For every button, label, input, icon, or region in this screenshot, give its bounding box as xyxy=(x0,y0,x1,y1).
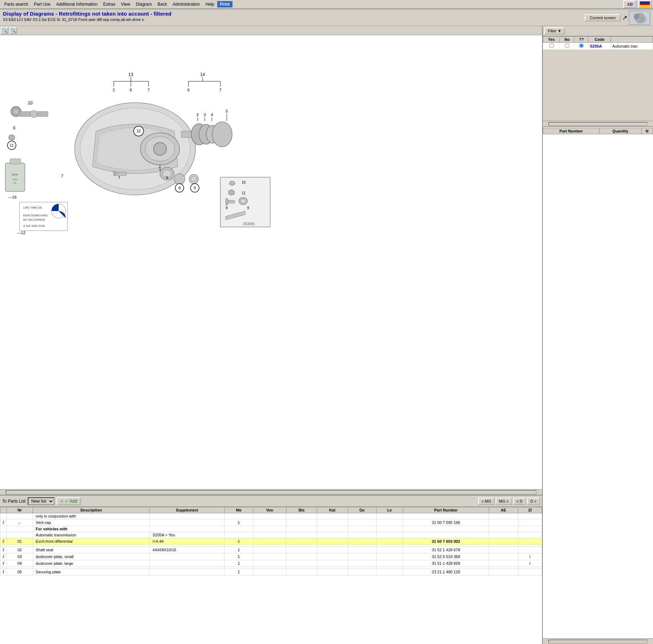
cell-ae xyxy=(489,553,518,560)
svg-text:7: 7 xyxy=(118,175,120,180)
cell-nr xyxy=(7,513,33,519)
current-screen-button[interactable]: Current screen xyxy=(585,14,621,21)
nav-d-prev[interactable]: « D xyxy=(513,498,526,505)
col-me: Me xyxy=(224,507,253,513)
filter-row-question[interactable] xyxy=(574,43,588,50)
filter-row-code: S205A xyxy=(588,43,611,50)
col-bis: Bis xyxy=(286,507,317,513)
nav-mg-prev[interactable]: « MG xyxy=(478,498,495,505)
table-row[interactable]: i--Vent cap131 50 7 595 196 xyxy=(0,519,542,526)
cell-ae xyxy=(489,560,518,567)
nav-d-next[interactable]: D » xyxy=(527,498,540,505)
svg-marker-45 xyxy=(9,135,15,140)
cell-le xyxy=(376,526,403,532)
svg-text:11: 11 xyxy=(10,144,14,147)
filter-row-no[interactable] xyxy=(560,43,574,50)
cell-le xyxy=(376,560,403,567)
cell-ge xyxy=(348,538,376,545)
parts-table-scroll[interactable]: Nr Description Supplement Me Von Bis Kat… xyxy=(0,507,542,644)
col-zi: ZI xyxy=(518,507,542,513)
right-parts-hscroll[interactable] xyxy=(543,638,653,644)
col-von: Von xyxy=(253,507,286,513)
table-row[interactable]: i04dustcover plate, large131 51 1 428 65… xyxy=(0,560,542,567)
svg-text:LIFE-TIME-OIL: LIFE-TIME-OIL xyxy=(23,206,43,209)
menu-extras[interactable]: Extras xyxy=(100,1,118,7)
filter-hscroll[interactable] xyxy=(543,121,653,126)
diagram-hscroll[interactable] xyxy=(0,489,542,495)
svg-text:2: 2 xyxy=(113,88,115,92)
filter-col-desc xyxy=(611,37,653,43)
content-area: 🔍 🔍 xyxy=(0,26,653,644)
cell-kat xyxy=(317,547,348,553)
cell-supplement: 44X69X10/15 xyxy=(150,547,224,553)
cell-description: Vent cap xyxy=(33,519,150,526)
col-ae: AE xyxy=(489,507,518,513)
svg-text:8: 8 xyxy=(178,186,181,190)
new-list-select[interactable]: New list xyxy=(28,497,54,505)
filter-col-yes: Yes xyxy=(543,37,560,43)
cell-me: 1 xyxy=(224,538,253,545)
icon-flag[interactable] xyxy=(638,0,652,8)
menu-administration[interactable]: Administration xyxy=(170,1,203,7)
svg-text:—16: —16 xyxy=(8,195,16,199)
zoom-in-button[interactable]: 🔍 xyxy=(1,27,9,34)
menu-help[interactable]: Help xyxy=(203,1,217,7)
menu-diagram[interactable]: Diagram xyxy=(133,1,155,7)
table-row[interactable]: Automatic transmissionS205A = Yes xyxy=(0,532,542,538)
table-row[interactable]: For vehicles with xyxy=(0,526,542,532)
menu-additional-info[interactable]: Additional Information xyxy=(53,1,100,7)
diagram-scroll[interactable]: 1 15 xyxy=(0,35,542,489)
table-row[interactable]: i02Shaft seal44X69X10/15131 52 1 428 678 xyxy=(0,547,542,553)
cell-nr: -- xyxy=(7,519,33,526)
svg-text:BMW: BMW xyxy=(12,173,18,176)
add-button[interactable]: ✓ ✓ Add xyxy=(57,497,81,505)
info-icon: i xyxy=(3,539,4,544)
menu-parts-search[interactable]: Parts search xyxy=(1,1,31,7)
nav-mg-next[interactable]: MG » xyxy=(496,498,512,505)
filter-row-yes[interactable] xyxy=(543,43,560,50)
rpt-col-partnumber: Part Number xyxy=(543,128,600,134)
menu-print[interactable]: Print xyxy=(217,1,232,7)
filter-button[interactable]: Filter ▼ xyxy=(544,27,565,34)
cell-ge xyxy=(348,519,376,526)
icon-ad[interactable]: AD xyxy=(623,0,637,8)
right-parts-table-area[interactable]: Part Number Quantity N xyxy=(543,128,653,638)
filter-row-description: Automatic tran xyxy=(611,43,653,50)
cell-von xyxy=(253,526,286,532)
cell-me xyxy=(224,513,253,519)
cell-ge xyxy=(348,560,376,567)
svg-text:X XX XXX XXX: X XX XXX XXX xyxy=(23,224,45,228)
table-row[interactable]: i05Securing plate123 21 1 490 120 xyxy=(0,569,542,575)
right-sidebar: Filter ▼ Yes No ?? Code xyxy=(542,26,653,644)
diagram-toolbar: 🔍 🔍 xyxy=(0,26,542,35)
cell-ge xyxy=(348,526,376,532)
cell-me: 1 xyxy=(224,560,253,567)
cell-nr: 03 xyxy=(7,553,33,560)
table-row[interactable]: i03dustcover plate, small131 52 0 019 36… xyxy=(0,553,542,560)
menu-back[interactable]: Back xyxy=(155,1,170,7)
cell-zi xyxy=(518,513,542,519)
menu-part-use[interactable]: Part Use xyxy=(31,1,53,7)
cursor-icon: ↗ xyxy=(622,14,627,22)
cell-ge xyxy=(348,532,376,538)
svg-text:363845: 363845 xyxy=(243,222,255,226)
cell-bis xyxy=(286,547,317,553)
svg-text:5: 5 xyxy=(226,109,228,113)
cell-zi xyxy=(518,538,542,545)
cell-von xyxy=(253,532,286,538)
svg-point-4 xyxy=(633,13,639,19)
cell-supplement: S205A = Yes xyxy=(150,532,224,538)
cell-supplement xyxy=(150,569,224,575)
cell-supplement xyxy=(150,526,224,532)
svg-marker-89 xyxy=(226,199,228,205)
zoom-out-button[interactable]: 🔍 xyxy=(9,27,17,34)
table-row[interactable]: only in conjunction with xyxy=(0,513,542,519)
filter-table-area[interactable]: Yes No ?? Code xyxy=(543,36,653,50)
table-row[interactable]: i01Exch-front differentialI=4.44131 50 7… xyxy=(0,538,542,545)
rpt-col-n: N xyxy=(641,128,653,134)
cell-nr: 01 xyxy=(7,538,33,545)
cell-von xyxy=(253,513,286,519)
menu-view[interactable]: View xyxy=(118,1,133,7)
cell-le xyxy=(376,547,403,553)
svg-text:11: 11 xyxy=(242,191,246,195)
